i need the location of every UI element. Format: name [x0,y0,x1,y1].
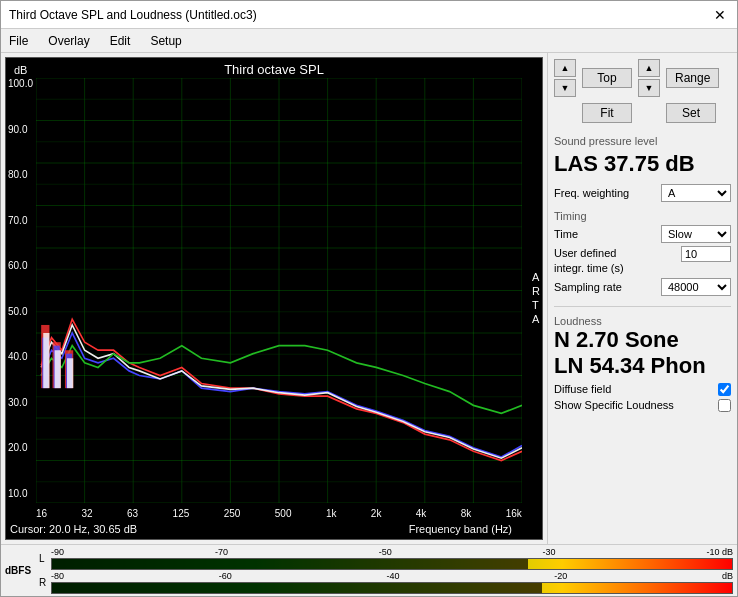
show-specific-checkbox[interactable] [718,399,731,412]
meter-tick-R-db: dB [722,571,733,581]
meter-R-overlay [52,583,542,593]
sampling-label: Sampling rate [554,281,622,293]
loudness-n-value: N 2.70 Sone [554,327,731,353]
range-down-button[interactable]: ▼ [638,79,660,97]
range-nav-group: ▲ ▼ [638,59,660,97]
x-label-4k: 4k [416,508,427,519]
y-label-10: 10.0 [8,488,33,499]
x-label-1k: 1k [326,508,337,519]
spl-section-label: Sound pressure level [554,135,731,147]
loudness-section: Loudness N 2.70 Sone LN 54.34 Phon Diffu… [554,306,731,412]
ch-L-label: L [39,553,49,564]
y-label-40: 40.0 [8,351,33,362]
right-panel: ▲ ▼ Top ▲ ▼ Range Fit Set Sound pressure… [547,53,737,544]
close-button[interactable]: ✕ [711,6,729,24]
meter-tick-R-40: -40 [387,571,400,581]
y-axis: 100.0 90.0 80.0 70.0 60.0 50.0 40.0 30.0… [8,78,33,499]
meter-tick-70: -70 [215,547,228,557]
x-label-500: 500 [275,508,292,519]
x-label-2k: 2k [371,508,382,519]
freq-weighting-select[interactable]: A B C Z [661,184,731,202]
user-integr-input[interactable] [681,246,731,262]
diffuse-row: Diffuse field [554,383,731,396]
main-window: Third Octave SPL and Loudness (Untitled.… [0,0,738,597]
sampling-select[interactable]: 44100 48000 96000 [661,278,731,296]
chart-area: dB Third octave SPL A R T A [5,57,543,540]
timing-title: Timing [554,210,731,222]
meter-R-bar [51,582,733,594]
menu-setup[interactable]: Setup [146,32,185,50]
fit-button[interactable]: Fit [582,103,632,123]
svg-rect-39 [55,350,61,388]
set-button[interactable]: Set [666,103,716,123]
meter-tick-R-60: -60 [219,571,232,581]
loudness-ln-value: LN 54.34 Phon [554,353,731,379]
window-title: Third Octave SPL and Loudness (Untitled.… [9,8,257,22]
meter-L-overlay [52,559,528,569]
y-label-60: 60.0 [8,260,33,271]
y-label-80: 80.0 [8,169,33,180]
nav-controls: ▲ ▼ Top ▲ ▼ Range [554,59,731,97]
timing-section: Timing Time Fast Slow Impulse User def. … [554,210,731,296]
db-label: dB [14,64,27,76]
meter-tick-R-80: -80 [51,571,64,581]
x-label-250: 250 [224,508,241,519]
x-label-16: 16 [36,508,47,519]
meter-tick-90: -90 [51,547,64,557]
y-label-70: 70.0 [8,215,33,226]
menu-file[interactable]: File [5,32,32,50]
title-bar: Third Octave SPL and Loudness (Untitled.… [1,1,737,29]
bottom-bar: dBFS L -90 -70 -50 -30 -10 dB [1,544,737,596]
top-nav-group: ▲ ▼ [554,59,576,97]
main-content: dB Third octave SPL A R T A [1,53,737,544]
top-up-button[interactable]: ▲ [554,59,576,77]
diffuse-label: Diffuse field [554,383,611,395]
loudness-section-label: Loudness [554,315,731,327]
menu-overlay[interactable]: Overlay [44,32,93,50]
top-button[interactable]: Top [582,68,632,88]
cursor-info: Cursor: 20.0 Hz, 30.65 dB [10,523,137,535]
range-button[interactable]: Range [666,68,719,88]
time-row: Time Fast Slow Impulse User def. [554,225,731,243]
show-specific-row: Show Specific Loudness [554,399,731,412]
x-axis: 16 32 63 125 250 500 1k 2k 4k 8k 16k [36,508,522,519]
meter-tick-R-20: -20 [554,571,567,581]
y-label-90: 90.0 [8,124,33,135]
meter-tick-30: -30 [543,547,556,557]
y-label-50: 50.0 [8,306,33,317]
dBFS-label: dBFS [5,565,31,576]
menu-edit[interactable]: Edit [106,32,135,50]
x-label-16k: 16k [506,508,522,519]
y-label-100: 100.0 [8,78,33,89]
svg-rect-38 [43,333,49,388]
x-label-8k: 8k [461,508,472,519]
freq-weighting-label: Freq. weighting [554,187,629,199]
freq-info: Frequency band (Hz) [409,523,512,535]
top-down-button[interactable]: ▼ [554,79,576,97]
time-label: Time [554,228,578,240]
user-integr-row: User defined integr. time (s) [554,246,731,275]
chart-title: Third octave SPL [224,62,324,77]
sampling-row: Sampling rate 44100 48000 96000 [554,278,731,296]
diffuse-checkbox[interactable] [718,383,731,396]
menu-bar: File Overlay Edit Setup [1,29,737,53]
time-select[interactable]: Fast Slow Impulse User def. [661,225,731,243]
meter-L-bar [51,558,733,570]
ch-R-label: R [39,577,49,588]
y-label-20: 20.0 [8,442,33,453]
x-label-32: 32 [82,508,93,519]
arta-label: A R T A [532,270,540,327]
spl-value: LAS 37.75 dB [554,151,731,177]
user-integr-label: User defined integr. time (s) [554,246,644,275]
freq-weighting-row: Freq. weighting A B C Z [554,184,731,202]
x-label-125: 125 [173,508,190,519]
x-label-63: 63 [127,508,138,519]
range-up-button[interactable]: ▲ [638,59,660,77]
nav-controls-2: Fit Set [554,103,731,123]
svg-rect-40 [67,358,73,388]
meter-tick-50: -50 [379,547,392,557]
chart-svg [36,78,522,503]
y-label-30: 30.0 [8,397,33,408]
meter-tick-10: -10 dB [706,547,733,557]
show-specific-label: Show Specific Loudness [554,399,674,411]
